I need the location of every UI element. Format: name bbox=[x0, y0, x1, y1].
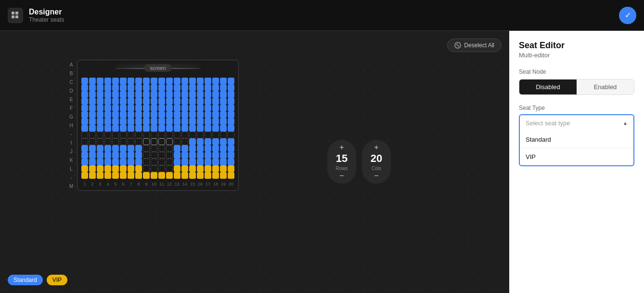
rows-minus-button[interactable]: − bbox=[339, 173, 344, 180]
seat[interactable] bbox=[151, 118, 157, 125]
seat[interactable] bbox=[197, 125, 204, 132]
seat[interactable] bbox=[89, 132, 96, 138]
seat[interactable] bbox=[174, 111, 180, 118]
seat[interactable] bbox=[104, 118, 111, 125]
seat[interactable] bbox=[143, 138, 150, 145]
seat[interactable] bbox=[143, 165, 150, 172]
seat[interactable] bbox=[104, 152, 111, 159]
dropdown-item-standard[interactable]: Standard bbox=[520, 131, 633, 148]
seat[interactable] bbox=[97, 145, 103, 152]
seat[interactable] bbox=[212, 98, 219, 105]
seat[interactable] bbox=[89, 145, 96, 152]
seat[interactable] bbox=[220, 125, 227, 132]
seat[interactable] bbox=[197, 138, 204, 145]
seat[interactable] bbox=[212, 105, 219, 111]
seat[interactable] bbox=[189, 172, 196, 179]
seat[interactable] bbox=[112, 159, 119, 165]
seat[interactable] bbox=[205, 145, 211, 152]
seat[interactable] bbox=[220, 165, 227, 172]
seat[interactable] bbox=[212, 118, 219, 125]
seat[interactable] bbox=[143, 145, 150, 152]
seat[interactable] bbox=[174, 138, 180, 145]
seat[interactable] bbox=[151, 105, 157, 111]
seat[interactable] bbox=[197, 145, 204, 152]
seat[interactable] bbox=[104, 78, 111, 84]
seat[interactable] bbox=[212, 84, 219, 91]
seat[interactable] bbox=[135, 91, 142, 98]
seat[interactable] bbox=[89, 91, 96, 98]
seat[interactable] bbox=[97, 98, 103, 105]
seat[interactable] bbox=[143, 132, 150, 138]
seat[interactable] bbox=[143, 78, 150, 84]
seat[interactable] bbox=[181, 84, 188, 91]
seat[interactable] bbox=[151, 84, 157, 91]
seat[interactable] bbox=[228, 111, 234, 118]
seat[interactable] bbox=[97, 91, 103, 98]
seat[interactable] bbox=[97, 152, 103, 159]
disabled-option[interactable]: Disabled bbox=[519, 80, 577, 94]
seat[interactable] bbox=[128, 159, 134, 165]
seat[interactable] bbox=[89, 125, 96, 132]
seat[interactable] bbox=[97, 118, 103, 125]
seat[interactable] bbox=[166, 132, 173, 138]
seat[interactable] bbox=[189, 84, 196, 91]
seat[interactable] bbox=[112, 84, 119, 91]
seat[interactable] bbox=[205, 125, 211, 132]
seat[interactable] bbox=[128, 152, 134, 159]
confirm-button[interactable]: ✓ bbox=[619, 7, 636, 24]
seat[interactable] bbox=[174, 125, 180, 132]
seat[interactable] bbox=[104, 91, 111, 98]
seat[interactable] bbox=[128, 91, 134, 98]
seat[interactable] bbox=[197, 98, 204, 105]
seat-type-dropdown[interactable]: Select seat type ▲ Standard VIP bbox=[519, 114, 634, 166]
seat[interactable] bbox=[166, 105, 173, 111]
seat[interactable] bbox=[212, 165, 219, 172]
seat[interactable] bbox=[166, 111, 173, 118]
seat[interactable] bbox=[158, 152, 165, 159]
seat[interactable] bbox=[143, 159, 150, 165]
seat[interactable] bbox=[181, 91, 188, 98]
seat[interactable] bbox=[197, 111, 204, 118]
seat[interactable] bbox=[120, 165, 127, 172]
seat[interactable] bbox=[89, 152, 96, 159]
seat[interactable] bbox=[151, 145, 157, 152]
cols-plus-button[interactable]: + bbox=[374, 144, 378, 151]
seat[interactable] bbox=[112, 152, 119, 159]
seat[interactable] bbox=[181, 138, 188, 145]
seat[interactable] bbox=[97, 138, 103, 145]
seat[interactable] bbox=[220, 105, 227, 111]
seat[interactable] bbox=[120, 152, 127, 159]
seat[interactable] bbox=[174, 78, 180, 84]
seat[interactable] bbox=[197, 172, 204, 179]
seat[interactable] bbox=[205, 91, 211, 98]
seat[interactable] bbox=[174, 145, 180, 152]
seat[interactable] bbox=[97, 78, 103, 84]
seat[interactable] bbox=[151, 91, 157, 98]
seat[interactable] bbox=[135, 84, 142, 91]
seat[interactable] bbox=[112, 125, 119, 132]
seat[interactable] bbox=[212, 159, 219, 165]
seat[interactable] bbox=[112, 172, 119, 179]
seat[interactable] bbox=[128, 111, 134, 118]
seat[interactable] bbox=[228, 132, 234, 138]
seat[interactable] bbox=[151, 138, 157, 145]
seat[interactable] bbox=[89, 172, 96, 179]
seat[interactable] bbox=[89, 159, 96, 165]
seat[interactable] bbox=[104, 172, 111, 179]
seat[interactable] bbox=[158, 172, 165, 179]
seat[interactable] bbox=[135, 165, 142, 172]
seat[interactable] bbox=[135, 125, 142, 132]
seat[interactable] bbox=[189, 111, 196, 118]
seat[interactable] bbox=[135, 105, 142, 111]
seat[interactable] bbox=[189, 132, 196, 138]
seat[interactable] bbox=[228, 125, 234, 132]
seat[interactable] bbox=[97, 84, 103, 91]
seat[interactable] bbox=[89, 111, 96, 118]
seat[interactable] bbox=[128, 98, 134, 105]
seat[interactable] bbox=[97, 105, 103, 111]
seat[interactable] bbox=[89, 98, 96, 105]
seat[interactable] bbox=[81, 105, 88, 111]
seat[interactable] bbox=[205, 98, 211, 105]
seat[interactable] bbox=[151, 78, 157, 84]
seat[interactable] bbox=[205, 105, 211, 111]
